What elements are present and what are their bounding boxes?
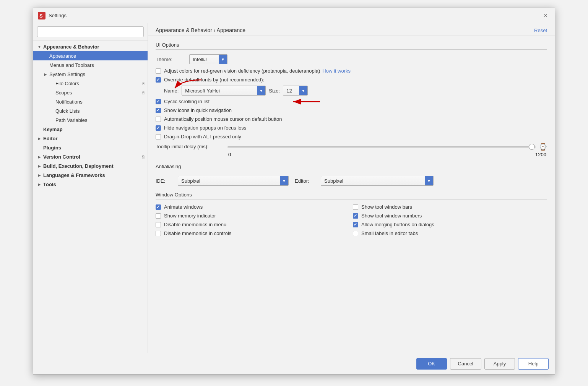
font-name-dropdown-arrow-icon: ▼	[257, 86, 265, 96]
show-icons-label[interactable]: Show icons in quick navigation	[156, 107, 232, 113]
expand-arrow-icon	[36, 181, 42, 187]
show-tool-window-numbers-label[interactable]: Show tool window numbers	[353, 213, 422, 219]
color-blind-label[interactable]: Adjust colors for red-green vision defic…	[156, 68, 320, 74]
sidebar-item-appearance[interactable]: Appearance	[33, 51, 148, 60]
show-tool-window-numbers-checkbox[interactable]	[353, 213, 358, 219]
sidebar-item-quick-lists[interactable]: Quick Lists	[33, 106, 148, 115]
override-fonts-label[interactable]: Override default fonts by (not recommend…	[156, 77, 264, 83]
sidebar-item-plugins[interactable]: Plugins	[33, 143, 148, 152]
empty-arrow	[49, 117, 55, 123]
allow-merging-label[interactable]: Allow merging buttons on dialogs	[353, 222, 434, 227]
animate-windows-label[interactable]: Animate windows	[156, 204, 203, 210]
tooltip-delay-label: Tooltip initial delay (ms):	[156, 143, 224, 151]
sidebar-item-appearance-behavior[interactable]: Appearance & Behavior	[33, 42, 148, 51]
antialiasing-row: IDE: Subpixel ▼ Editor: Subpixel ▼	[156, 176, 547, 186]
auto-position-checkbox[interactable]	[156, 117, 161, 122]
show-memory-label[interactable]: Show memory indicator	[156, 213, 216, 219]
sidebar-item-editor[interactable]: Editor	[33, 134, 148, 143]
sidebar-item-scopes[interactable]: Scopes ⎘	[33, 88, 148, 97]
hide-nav-popups-label[interactable]: Hide navigation popups on focus loss	[156, 125, 246, 131]
empty-arrow	[49, 89, 55, 96]
disable-mnemonics-controls-checkbox[interactable]	[156, 231, 161, 236]
sidebar-item-tools[interactable]: Tools	[33, 180, 148, 189]
color-blind-checkbox[interactable]	[156, 68, 161, 74]
show-memory-checkbox[interactable]	[156, 213, 161, 219]
show-tool-window-bars-row: Show tool window bars	[353, 204, 547, 210]
main-content: Appearance & Behavior Appearance Menus a…	[33, 23, 555, 353]
window-title: Settings	[49, 13, 541, 18]
sidebar-item-system-settings[interactable]: System Settings	[33, 70, 148, 79]
small-labels-label[interactable]: Small labels in editor tabs	[353, 230, 418, 236]
search-box	[33, 23, 148, 41]
editor-antialiasing-select[interactable]: Subpixel ▼	[321, 176, 434, 186]
settings-window: S Settings × Appearance & Behavior Appea…	[33, 8, 555, 375]
sidebar-item-label: Appearance	[49, 53, 145, 59]
small-labels-checkbox[interactable]	[353, 231, 358, 236]
sidebar-item-languages-frameworks[interactable]: Languages & Frameworks	[33, 170, 148, 180]
expand-arrow-icon	[36, 44, 42, 50]
how-it-works-link[interactable]: How it works	[322, 68, 351, 74]
font-name-select[interactable]: Microsoft YaHei ▼	[182, 86, 266, 96]
cyclic-scrolling-label[interactable]: Cyclic scrolling in list	[156, 99, 210, 104]
drag-drop-checkbox[interactable]	[156, 134, 161, 139]
show-tool-window-bars-label[interactable]: Show tool window bars	[353, 204, 412, 210]
disable-mnemonics-menu-label[interactable]: Disable mnemonics in menu	[156, 222, 226, 227]
sidebar-item-label: Languages & Frameworks	[42, 172, 145, 178]
allow-merging-checkbox[interactable]	[353, 222, 358, 227]
drag-drop-row: Drag-n-Drop with ALT pressed only	[156, 134, 547, 139]
font-size-select[interactable]: 12 ▼	[283, 86, 308, 96]
drag-drop-text: Drag-n-Drop with ALT pressed only	[164, 134, 241, 139]
empty-arrow	[49, 80, 55, 86]
window-options-col-left: Animate windows Show memory indicator	[156, 204, 350, 239]
theme-value: IntelliJ	[193, 57, 216, 62]
override-fonts-checkbox[interactable]	[156, 77, 161, 83]
expand-arrow-icon	[36, 154, 42, 160]
sidebar-item-file-colors[interactable]: File Colors ⎘	[33, 79, 148, 88]
small-labels-row: Small labels in editor tabs	[353, 230, 547, 236]
close-button[interactable]: ×	[541, 11, 550, 20]
show-tool-window-bars-checkbox[interactable]	[353, 204, 358, 210]
cyclic-scrolling-text: Cyclic scrolling in list	[164, 99, 210, 104]
editor-antialiasing-arrow-icon: ▼	[425, 176, 433, 186]
help-button[interactable]: Help	[518, 358, 549, 370]
disable-mnemonics-menu-checkbox[interactable]	[156, 222, 161, 227]
show-tool-window-numbers-row: Show tool window numbers	[353, 213, 547, 219]
main-body: UI Options Theme: IntelliJ ▼ Adjust colo…	[148, 36, 555, 353]
apply-button[interactable]: Apply	[484, 358, 515, 370]
ide-antialiasing-arrow-icon: ▼	[280, 176, 288, 186]
ok-button[interactable]: OK	[416, 358, 447, 370]
sidebar-item-label: Build, Execution, Deployment	[42, 163, 145, 169]
disable-mnemonics-controls-row: Disable mnemonics in controls	[156, 230, 350, 236]
auto-position-text: Automatically position mouse cursor on d…	[164, 116, 282, 122]
disable-mnemonics-controls-label[interactable]: Disable mnemonics in controls	[156, 230, 231, 236]
slider-min-label: 0	[228, 152, 231, 157]
hide-nav-popups-checkbox[interactable]	[156, 125, 161, 131]
cancel-button[interactable]: Cancel	[450, 358, 481, 370]
animate-windows-checkbox[interactable]	[156, 204, 161, 210]
animate-windows-text: Animate windows	[164, 204, 203, 210]
drag-drop-label[interactable]: Drag-n-Drop with ALT pressed only	[156, 134, 241, 139]
theme-select[interactable]: IntelliJ ▼	[189, 54, 227, 64]
sidebar-item-path-variables[interactable]: Path Variables	[33, 115, 148, 125]
show-tool-window-numbers-text: Show tool window numbers	[361, 213, 422, 219]
slider-track[interactable]	[227, 143, 536, 151]
empty-arrow	[49, 108, 55, 114]
auto-position-label[interactable]: Automatically position mouse cursor on d…	[156, 116, 282, 122]
sidebar-item-menus-toolbars[interactable]: Menus and Toolbars	[33, 60, 148, 70]
sidebar-item-notifications[interactable]: Notifications	[33, 97, 148, 106]
search-input[interactable]	[37, 26, 144, 37]
sidebar-item-keymap[interactable]: Keymap	[33, 125, 148, 134]
show-memory-row: Show memory indicator	[156, 213, 350, 219]
slider-thumb[interactable]	[529, 144, 535, 150]
sidebar-item-build-execution[interactable]: Build, Execution, Deployment	[33, 161, 148, 170]
track-background	[227, 146, 536, 148]
empty-arrow	[42, 62, 49, 68]
title-bar: S Settings ×	[33, 8, 555, 23]
cyclic-scrolling-checkbox[interactable]	[156, 99, 161, 104]
tooltip-slider: ⌚ 0 1200	[227, 143, 547, 157]
ide-antialiasing-select[interactable]: Subpixel ▼	[178, 176, 289, 186]
reset-link[interactable]: Reset	[534, 28, 547, 33]
animate-windows-row: Animate windows	[156, 204, 350, 210]
sidebar-item-version-control[interactable]: Version Control ⎘	[33, 152, 148, 161]
show-icons-checkbox[interactable]	[156, 108, 161, 113]
